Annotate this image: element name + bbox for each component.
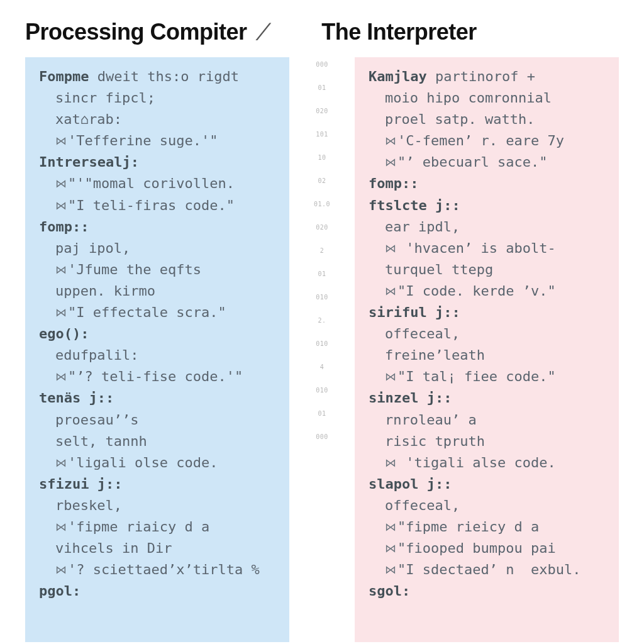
code-line: pgol: (39, 580, 278, 602)
code-line: ear ipdl, (369, 216, 608, 238)
code-line: ⋈"I effectale scra." (39, 302, 278, 323)
bullet-icon: ⋈ (385, 368, 396, 386)
gutter-mark: 010 (316, 294, 328, 301)
code-line: ⋈'fipme riaicy d a (39, 516, 278, 538)
bullet-icon: ⋈ (55, 304, 67, 321)
left-title: Processing Compiter (25, 19, 247, 45)
bullet-icon: ⋈ (385, 153, 396, 171)
code-text: 'tigali alse code. (397, 455, 556, 470)
gutter-mark: 2. (318, 317, 326, 324)
code-text: 'C-femen’ r. eare 7y (397, 133, 564, 148)
code-text: '? sciettaed’x’tirlta % (68, 562, 260, 577)
gutter-mark: 020 (316, 224, 328, 231)
code-text: partinorof + (427, 69, 535, 84)
bullet-icon: ⋈ (385, 240, 396, 257)
code-text: vihcels in Dir (55, 540, 172, 556)
code-text: xat⌂rab: (55, 111, 122, 127)
gutter-mark: 000 (316, 433, 328, 440)
code-text: turquel ttepg (385, 262, 493, 277)
code-text: 'ligali olse code. (68, 455, 218, 470)
keyword: fomp:: (39, 219, 89, 235)
code-text: offeceal, (385, 497, 460, 513)
code-text: 'hvacen’ is abolt- (397, 240, 556, 256)
gutter-mark: 010 (316, 387, 328, 394)
code-text: 'fipme riaicy d a (68, 519, 209, 535)
bullet-icon: ⋈ (55, 197, 67, 214)
bullet-icon: ⋈ (385, 454, 396, 472)
keyword: Intrersealj: (39, 154, 139, 170)
code-line: ⋈'Tefferine suge.'" (39, 130, 278, 152)
code-line: ⋈'? sciettaed’x’tirlta % (39, 559, 278, 580)
bullet-icon: ⋈ (55, 132, 67, 150)
code-line: fomp:: (39, 216, 278, 238)
code-text: rbeskel, (55, 497, 122, 513)
code-text: proesau’’s (55, 412, 138, 428)
code-line: turquel ttepg (369, 259, 608, 280)
columns: Fompme dweit ths:o rigdtsincr fipcl;xat⌂… (0, 57, 644, 642)
keyword: sfizui j:: (39, 476, 122, 492)
code-line: sfizui j:: (39, 474, 278, 495)
bullet-icon: ⋈ (55, 368, 67, 386)
code-line: ⋈"fiooped bumpou pai (369, 538, 608, 559)
code-line: ⋈"I teli-firas code." (39, 195, 278, 216)
code-text: offeceal, (385, 326, 460, 341)
code-line: freine’leath (369, 345, 608, 366)
code-text: "fiooped bumpou pai (397, 540, 556, 556)
bullet-icon: ⋈ (385, 518, 396, 536)
keyword: tenäs j:: (39, 390, 114, 406)
code-line: ⋈"I sdectaed’ n exbul. (369, 559, 608, 580)
bullet-icon: ⋈ (55, 175, 67, 192)
keyword: pgol: (39, 583, 80, 599)
keyword: sinzel j:: (369, 390, 452, 406)
code-line: rbeskel, (39, 495, 278, 516)
code-line: ⋈"fipme rieicy d a (369, 516, 608, 538)
code-text: 'Tefferine suge.'" (68, 133, 218, 148)
code-text: proel satp. watth. (385, 111, 535, 127)
bullet-icon: ⋈ (385, 561, 396, 579)
bullet-icon: ⋈ (385, 540, 396, 557)
keyword: ftslcte j:: (369, 197, 460, 213)
code-line: offeceal, (369, 323, 608, 345)
code-line: ⋈"I tal¡ fiee code." (369, 366, 608, 387)
code-line: edufpalil: (39, 345, 278, 366)
code-line: offeceal, (369, 495, 608, 516)
keyword: sgol: (369, 583, 410, 599)
code-text: edufpalil: (55, 347, 138, 363)
divider-slash-icon: ∕ (260, 18, 269, 46)
code-line: tenäs j:: (39, 387, 278, 409)
code-text: 'Jfume the eqfts (68, 262, 201, 277)
bullet-icon: ⋈ (55, 518, 67, 536)
code-text: "I tal¡ fiee code." (397, 369, 556, 384)
code-line: ego(): (39, 323, 278, 345)
keyword: Kamjlay (369, 69, 427, 84)
code-line: Kamjlay partinorof + (369, 66, 608, 87)
gutter-mark: 020 (316, 108, 328, 114)
keyword: Fompme (39, 69, 89, 84)
code-text: "’ ebecuarl sace." (397, 154, 547, 170)
code-text: dweit ths:o rigdt (89, 69, 238, 84)
right-code-panel: Kamjlay partinorof +moio hipo comronnial… (355, 57, 619, 642)
code-line: paj ipol, (39, 238, 278, 259)
gutter-mark: 01 (318, 84, 326, 91)
code-line: fomp:: (369, 173, 608, 194)
gutter-marks: 00001020101100201.00202010102.0104010010… (289, 57, 355, 642)
code-text: sincr fipcl; (55, 90, 155, 106)
gutter-mark: 01 (318, 410, 326, 417)
code-line: rnroleau’ a (369, 409, 608, 431)
code-line: proel satp. watth. (369, 109, 608, 130)
keyword: fomp:: (369, 175, 418, 191)
code-line: ⋈'C-femen’ r. eare 7y (369, 130, 608, 152)
code-text: selt, tannh (55, 433, 147, 449)
header: Processing Compiter ∕ The Interpreter (0, 0, 644, 57)
keyword: slapol j:: (369, 476, 452, 492)
code-text: "I teli-firas code." (68, 197, 235, 213)
code-line: sincr fipcl; (39, 87, 278, 109)
gutter-mark: 4 (320, 364, 325, 370)
code-line: xat⌂rab: (39, 109, 278, 130)
code-line: ⋈ 'hvacen’ is abolt- (369, 238, 608, 259)
bullet-icon: ⋈ (55, 561, 67, 579)
gutter-mark: 101 (316, 131, 328, 138)
code-text: ear ipdl, (385, 219, 460, 235)
code-text: "’? teli-fise code.'" (68, 369, 243, 384)
gutter-mark: 010 (316, 340, 328, 347)
